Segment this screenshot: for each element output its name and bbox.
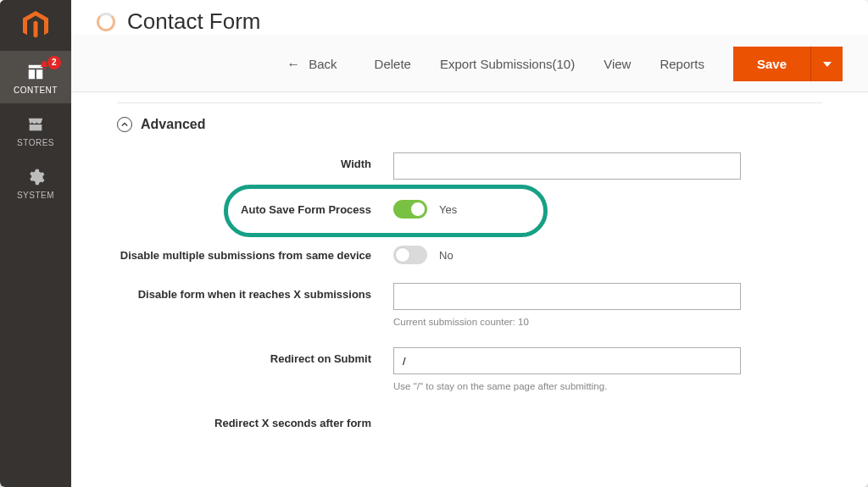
disable-x-input[interactable] [393,283,741,310]
save-button-group: Save [733,47,843,81]
magento-logo[interactable] [0,0,71,51]
save-dropdown-button[interactable] [810,47,843,81]
disable-multiple-toggle[interactable] [393,246,427,264]
disable-x-help: Current submission counter: 10 [393,315,741,329]
auto-save-toggle[interactable] [393,200,427,219]
notification-badge: 2 [47,56,61,69]
reports-button[interactable]: Reports [659,57,704,71]
field-redirect-delay: Redirect X seconds after form [114,412,809,429]
page-toolbar: ← Back Delete Export Submissions(10) Vie… [71,35,868,92]
sidebar-item-system[interactable]: SYSTEM [0,156,71,208]
magento-logo-icon [23,11,48,40]
section-toggle-advanced[interactable]: Advanced [117,117,843,132]
sidebar-item-content[interactable]: 2 CONTENT [0,51,71,103]
arrow-left-icon: ← [287,57,300,72]
redirect-input[interactable] [393,347,741,374]
disable-x-label: Disable form when it reaches X submissio… [114,283,393,301]
field-redirect: Redirect on Submit Use "/" to stay on th… [114,347,809,393]
delete-button[interactable]: Delete [375,57,411,71]
back-label: Back [309,57,337,71]
redirect-delay-label: Redirect X seconds after form [114,412,393,429]
redirect-help: Use "/" to stay on the same page after s… [393,379,741,393]
disable-multiple-value: No [439,249,453,262]
admin-sidebar: 2 CONTENT STORES SYSTEM [0,0,71,487]
sidebar-item-stores[interactable]: STORES [0,103,71,156]
auto-save-value: Yes [439,203,457,216]
stores-icon [0,115,71,134]
disable-multiple-label: Disable multiple submissions from same d… [114,244,393,262]
view-button[interactable]: View [604,57,631,71]
save-button[interactable]: Save [733,47,810,81]
field-disable-multiple: Disable multiple submissions from same d… [114,244,809,264]
redirect-label: Redirect on Submit [114,347,393,365]
sidebar-label: CONTENT [0,86,71,95]
sidebar-label: STORES [0,138,71,147]
gear-icon [0,168,71,186]
export-submissions-button[interactable]: Export Submissions(10) [440,57,575,71]
loading-spinner-icon [97,13,115,31]
auto-save-label: Auto Save Form Process [114,198,393,216]
page-title: Contact Form [127,8,261,35]
sidebar-label: SYSTEM [0,191,71,200]
chevron-up-icon [117,117,132,132]
field-auto-save: Auto Save Form Process Yes [114,198,809,219]
field-width: Width [114,152,809,180]
section-title: Advanced [141,117,205,132]
content-icon [0,63,71,81]
back-button[interactable]: ← Back [287,57,337,72]
field-disable-x: Disable form when it reaches X submissio… [114,283,809,329]
width-label: Width [114,152,393,170]
width-input[interactable] [393,152,741,180]
caret-down-icon [823,60,832,69]
main-area: Contact Form ← Back Delete Export Submis… [71,0,868,487]
